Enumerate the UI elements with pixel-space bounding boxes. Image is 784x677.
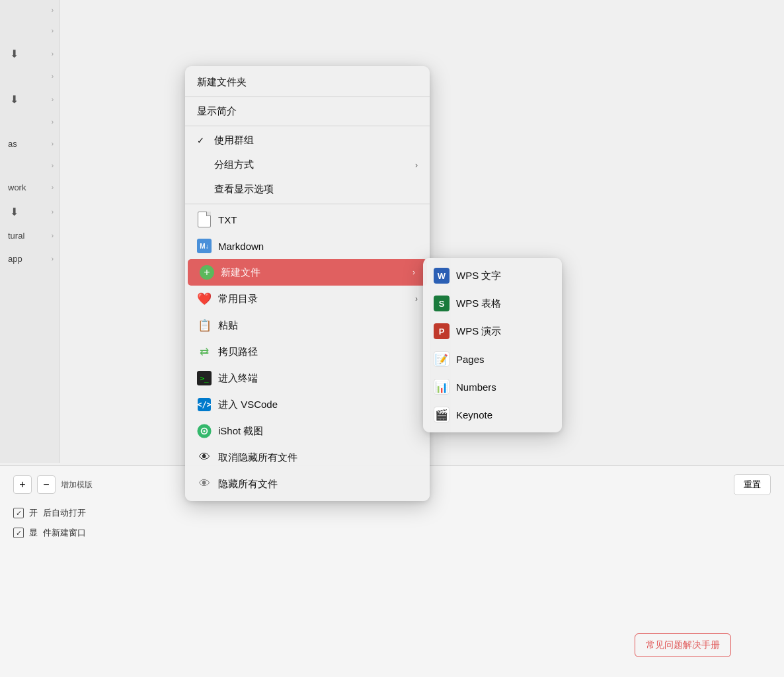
cloud-icon-2: ⬇ — [8, 93, 20, 105]
submenu-item-numbers[interactable]: 📊 Numbers — [423, 373, 562, 401]
menu-item-txt[interactable]: TXT — [185, 206, 430, 233]
add-button[interactable]: + — [13, 475, 32, 494]
remove-button[interactable]: − — [37, 475, 56, 494]
checkbox-1-label: 开 — [29, 507, 38, 519]
menu-item-paste[interactable]: 📋 粘贴 — [185, 312, 430, 338]
menu-item-copy-path[interactable]: ⇄ 拷贝路径 — [185, 338, 430, 365]
sidebar-item-1[interactable]: › — [0, 0, 59, 20]
chevron-icon: › — [52, 232, 54, 239]
submenu-chevron-newfile: › — [412, 268, 415, 277]
menu-label-new-file: 新建文件 — [221, 266, 406, 279]
numbers-icon: 📊 — [434, 379, 450, 395]
sidebar-item-as[interactable]: as › — [0, 132, 59, 155]
pages-icon: 📝 — [434, 351, 450, 367]
chevron-icon: › — [52, 50, 54, 58]
submenu-chevron-favorites: › — [415, 294, 418, 303]
faq-button[interactable]: 常见问题解决手册 — [635, 633, 731, 657]
menu-item-terminal[interactable]: >_ 进入终端 — [185, 365, 430, 391]
svg-point-4 — [203, 430, 205, 432]
menu-item-new-folder[interactable]: 新建文件夹 — [185, 70, 430, 95]
svg-text:</>: </> — [198, 400, 211, 409]
ishot-svg — [197, 424, 212, 438]
chevron-icon: › — [52, 73, 54, 80]
submenu-label-numbers: Numbers — [456, 381, 551, 393]
sidebar-label-tural: tural — [8, 231, 24, 241]
checkbox-1-suffix: 后自动打开 — [43, 507, 86, 519]
menu-sep-3 — [185, 204, 430, 204]
menu-item-group-by[interactable]: ✓ 分组方式 › — [185, 153, 430, 177]
submenu-item-wps-excel[interactable]: S WPS 表格 — [423, 290, 562, 317]
reset-button[interactable]: 重置 — [734, 474, 771, 495]
wps-excel-icon: S — [434, 296, 450, 311]
terminal-icon-container: >_ — [197, 371, 212, 385]
sidebar-item-2[interactable]: › — [0, 20, 59, 41]
menu-label-show-info: 显示简介 — [197, 105, 418, 118]
chevron-icon: › — [52, 7, 54, 14]
eye-icon: 👁 — [197, 450, 212, 465]
chevron-icon: › — [52, 27, 54, 34]
menu-item-show-all[interactable]: 👁 取消隐藏所有文件 — [185, 444, 430, 471]
submenu-item-wps-word[interactable]: W WPS 文字 — [423, 262, 562, 290]
chevron-icon: › — [52, 162, 54, 169]
sidebar-item-6[interactable]: › — [0, 112, 59, 132]
sidebar-item-work[interactable]: work › — [0, 176, 59, 199]
menu-item-view-options[interactable]: ✓ 查看显示选项 — [185, 177, 430, 202]
menu-label-group-by: 分组方式 — [214, 159, 409, 171]
cloud-icon: ⬇ — [8, 48, 20, 60]
chevron-icon: › — [52, 184, 54, 191]
submenu-item-keynote[interactable]: 🎬 Keynote — [423, 401, 562, 428]
sidebar-item-4[interactable]: › — [0, 66, 59, 87]
add-template-label: 增加模版 — [61, 479, 93, 491]
menu-label-terminal: 进入终端 — [218, 372, 418, 385]
cloud-icon-3: ⬇ — [8, 206, 20, 218]
submenu-item-pages[interactable]: 📝 Pages — [423, 345, 562, 373]
menu-item-favorites[interactable]: ❤️ 常用目录 › — [185, 286, 430, 312]
menu-item-ishot[interactable]: iShot 截图 — [185, 418, 430, 444]
sidebar-item-s[interactable]: ⬇ › — [0, 41, 59, 66]
menu-label-use-group: 使用群组 — [214, 134, 418, 147]
submenu-label-keynote: Keynote — [456, 409, 551, 420]
markdown-icon: M↓ — [197, 239, 212, 253]
terminal-icon: >_ — [197, 371, 212, 385]
copy-path-icon: ⇄ — [197, 344, 212, 359]
heart-icon: ❤️ — [197, 292, 212, 306]
menu-sep-2 — [185, 126, 430, 126]
chevron-icon: › — [52, 208, 54, 216]
sidebar-item-8[interactable]: › — [0, 155, 59, 176]
menu-sep-1 — [185, 97, 430, 97]
menu-item-new-file[interactable]: + 新建文件 › — [188, 259, 427, 286]
sidebar-item-tural[interactable]: tural › — [0, 224, 59, 247]
submenu-label-pages: Pages — [456, 354, 551, 365]
submenu-label-wps-ppt: WPS 演示 — [456, 325, 551, 338]
paste-icon: 📋 — [197, 318, 212, 333]
checkbox-row-1: ✓ 开 后自动打开 — [0, 503, 784, 523]
chevron-icon: › — [52, 118, 54, 126]
vscode-svg: </> — [198, 398, 211, 411]
menu-label-show-all: 取消隐藏所有文件 — [218, 452, 418, 464]
menu-item-use-group[interactable]: ✓ 使用群组 — [185, 128, 430, 153]
wps-ppt-icon: P — [434, 323, 450, 339]
submenu-item-wps-ppt[interactable]: P WPS 演示 — [423, 317, 562, 345]
md-icon-container: M↓ — [197, 239, 212, 253]
wps-word-icon: W — [434, 268, 450, 284]
checkbox-1[interactable]: ✓ — [13, 508, 24, 518]
menu-item-markdown[interactable]: M↓ Markdown — [185, 233, 430, 259]
sidebar-label-work: work — [8, 182, 26, 192]
checkmark-icon: ✓ — [197, 136, 208, 145]
checkbox-2-label: 显 — [29, 527, 38, 539]
sidebar-item-app[interactable]: app › — [0, 247, 59, 270]
checkbox-row-2: ✓ 显 件新建窗口 — [0, 523, 784, 543]
sidebar-label-app: app — [8, 254, 22, 264]
txt-icon — [197, 212, 212, 227]
sidebar-item-cloud2[interactable]: ⬇ › — [0, 87, 59, 112]
menu-label-vscode: 进入 VSCode — [218, 399, 418, 411]
menu-item-hide-all[interactable]: 👁 隐藏所有文件 — [185, 471, 430, 497]
sidebar-label-as: as — [8, 139, 17, 149]
new-file-icon: + — [200, 265, 214, 280]
txt-file-icon — [198, 212, 211, 227]
menu-item-vscode[interactable]: </> 进入 VSCode — [185, 391, 430, 418]
keynote-icon: 🎬 — [434, 407, 450, 422]
sidebar-item-cloud3[interactable]: ⬇ › — [0, 199, 59, 224]
checkbox-2[interactable]: ✓ — [13, 528, 24, 538]
menu-item-show-info[interactable]: 显示简介 — [185, 99, 430, 124]
